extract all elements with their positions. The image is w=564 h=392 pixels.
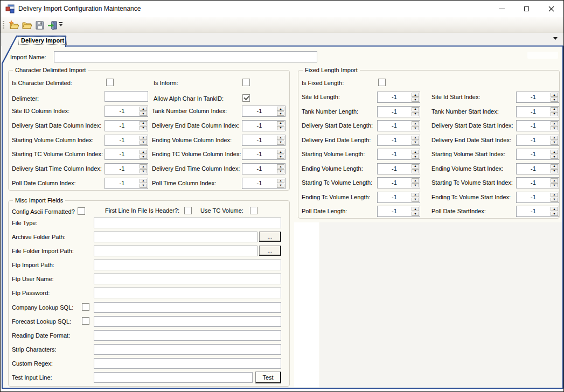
numeric-updown[interactable]: -1 ▲ ▼ (377, 163, 420, 174)
spin-up-button[interactable]: ▲ (551, 107, 558, 111)
field-input[interactable] (94, 316, 281, 327)
use-tc-volume-checkbox[interactable] (250, 207, 257, 214)
spin-down-button[interactable]: ▼ (551, 198, 558, 202)
numeric-updown[interactable]: -1 ▲ ▼ (242, 178, 286, 189)
spin-down-button[interactable]: ▼ (140, 141, 147, 145)
numeric-updown[interactable]: -1 ▲ ▼ (242, 135, 286, 146)
spin-up-button[interactable]: ▲ (140, 150, 147, 154)
spin-down-button[interactable]: ▼ (140, 126, 147, 130)
spin-down-button[interactable]: ▼ (551, 183, 558, 187)
is-fixed-length-checkbox[interactable] (378, 79, 386, 86)
spin-up-button[interactable]: ▲ (140, 107, 147, 111)
field-input[interactable] (94, 372, 253, 383)
numeric-updown[interactable]: -1 ▲ ▼ (377, 149, 420, 160)
field-input[interactable] (94, 260, 281, 270)
spin-down-button[interactable]: ▼ (140, 155, 147, 159)
numeric-updown[interactable]: -1 ▲ ▼ (516, 149, 559, 160)
spin-down-button[interactable]: ▼ (277, 184, 284, 188)
spin-down-button[interactable]: ▼ (412, 183, 419, 187)
spin-down-button[interactable]: ▼ (551, 112, 558, 116)
numeric-updown[interactable]: -1 ▲ ▼ (105, 106, 148, 117)
spin-down-button[interactable]: ▼ (412, 126, 419, 130)
spin-up-button[interactable]: ▲ (412, 193, 419, 197)
field-input[interactable] (94, 358, 281, 369)
numeric-updown[interactable]: -1 ▲ ▼ (105, 149, 148, 160)
spin-up-button[interactable]: ▲ (412, 207, 419, 211)
spin-up-button[interactable]: ▲ (412, 121, 419, 125)
field-input[interactable] (94, 344, 281, 355)
first-line-header-checkbox[interactable] (184, 207, 192, 214)
numeric-updown[interactable]: -1 ▲ ▼ (516, 177, 559, 188)
numeric-updown[interactable]: -1 ▲ ▼ (377, 192, 420, 203)
numeric-updown[interactable]: -1 ▲ ▼ (516, 192, 559, 203)
spin-up-button[interactable]: ▲ (412, 164, 419, 169)
spin-up-button[interactable]: ▲ (140, 136, 147, 140)
field-input[interactable] (94, 218, 281, 228)
numeric-updown[interactable]: -1 ▲ ▼ (105, 178, 148, 189)
spin-down-button[interactable]: ▼ (277, 126, 284, 130)
spin-up-button[interactable]: ▲ (551, 121, 558, 125)
sql-enable-checkbox[interactable] (82, 317, 89, 325)
spin-down-button[interactable]: ▼ (412, 212, 419, 216)
spin-up-button[interactable]: ▲ (551, 164, 558, 169)
numeric-updown[interactable]: -1 ▲ ▼ (105, 120, 148, 131)
numeric-updown[interactable]: -1 ▲ ▼ (377, 92, 420, 103)
numeric-updown[interactable]: -1 ▲ ▼ (377, 177, 420, 188)
config-ascii-checkbox[interactable] (78, 207, 85, 215)
numeric-updown[interactable]: -1 ▲ ▼ (242, 120, 286, 131)
field-input[interactable] (94, 274, 281, 284)
numeric-updown[interactable]: -1 ▲ ▼ (516, 163, 559, 174)
numeric-updown[interactable]: -1 ▲ ▼ (377, 106, 420, 117)
numeric-updown[interactable]: -1 ▲ ▼ (242, 106, 286, 117)
numeric-updown[interactable]: -1 ▲ ▼ (105, 135, 148, 146)
spin-up-button[interactable]: ▲ (551, 193, 558, 197)
spin-down-button[interactable]: ▼ (277, 141, 284, 145)
allow-alph-checkbox[interactable] (242, 94, 250, 102)
field-input[interactable] (94, 246, 257, 256)
spin-up-button[interactable]: ▲ (277, 107, 284, 111)
field-input[interactable] (94, 302, 281, 313)
numeric-updown[interactable]: -1 ▲ ▼ (516, 120, 559, 131)
spin-up-button[interactable]: ▲ (277, 150, 284, 154)
spin-up-button[interactable]: ▲ (551, 150, 558, 154)
numeric-updown[interactable]: -1 ▲ ▼ (377, 206, 420, 217)
spin-down-button[interactable]: ▼ (551, 169, 558, 173)
spin-down-button[interactable]: ▼ (412, 141, 419, 145)
spin-up-button[interactable]: ▲ (140, 179, 147, 183)
spin-down-button[interactable]: ▼ (551, 212, 558, 216)
spin-down-button[interactable]: ▼ (140, 111, 147, 116)
test-button[interactable]: Test (255, 372, 281, 383)
numeric-updown[interactable]: -1 ▲ ▼ (377, 120, 420, 131)
numeric-updown[interactable]: -1 ▲ ▼ (105, 163, 148, 174)
numeric-updown[interactable]: -1 ▲ ▼ (377, 135, 420, 146)
spin-up-button[interactable]: ▲ (551, 93, 558, 97)
field-input[interactable] (94, 232, 257, 242)
is-inform-checkbox[interactable] (242, 79, 250, 86)
numeric-updown[interactable]: -1 ▲ ▼ (516, 106, 559, 117)
spin-down-button[interactable]: ▼ (412, 97, 419, 102)
spin-down-button[interactable]: ▼ (551, 155, 558, 159)
spin-up-button[interactable]: ▲ (412, 136, 419, 140)
spin-up-button[interactable]: ▲ (551, 136, 558, 140)
spin-down-button[interactable]: ▼ (277, 169, 284, 173)
spin-up-button[interactable]: ▲ (412, 93, 419, 97)
spin-up-button[interactable]: ▲ (412, 107, 419, 111)
spin-down-button[interactable]: ▼ (412, 155, 419, 159)
numeric-updown[interactable]: -1 ▲ ▼ (516, 206, 559, 217)
spin-down-button[interactable]: ▼ (140, 169, 147, 173)
spin-up-button[interactable]: ▲ (277, 164, 284, 169)
spin-up-button[interactable]: ▲ (277, 136, 284, 140)
spin-down-button[interactable]: ▼ (412, 198, 419, 202)
numeric-updown[interactable]: -1 ▲ ▼ (242, 163, 286, 174)
spin-up-button[interactable]: ▲ (412, 178, 419, 183)
spin-up-button[interactable]: ▲ (140, 164, 147, 169)
spin-up-button[interactable]: ▲ (277, 179, 284, 183)
spin-down-button[interactable]: ▼ (140, 184, 147, 188)
spin-up-button[interactable]: ▲ (551, 207, 558, 211)
spin-up-button[interactable]: ▲ (140, 121, 147, 125)
spin-down-button[interactable]: ▼ (277, 111, 284, 116)
spin-down-button[interactable]: ▼ (412, 169, 419, 173)
spin-down-button[interactable]: ▼ (551, 97, 558, 102)
delimeter-input[interactable] (105, 91, 148, 102)
field-input[interactable] (94, 330, 281, 341)
